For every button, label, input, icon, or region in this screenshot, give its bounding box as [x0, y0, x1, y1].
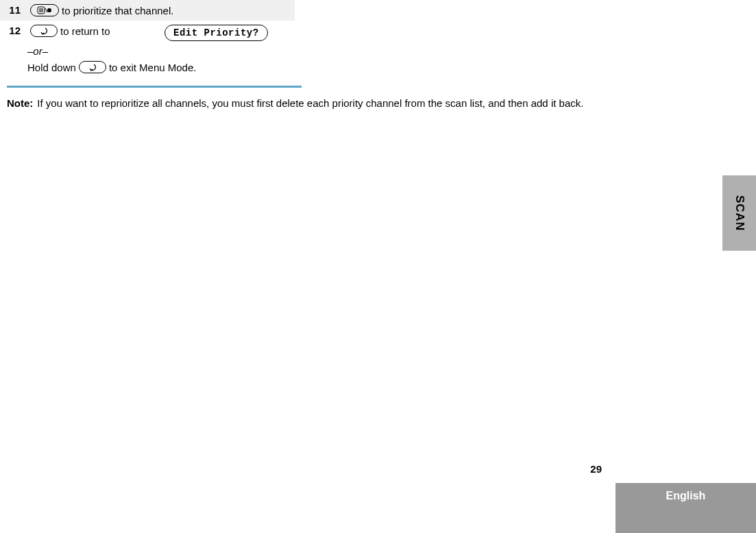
- section-divider: [7, 86, 302, 88]
- step-number: 11: [7, 4, 27, 16]
- content-area: 11 to prioritize that channel. 12: [0, 0, 295, 77]
- radio-display: Edit Priority?: [164, 25, 268, 41]
- sidebar-tab-label: SCAN: [733, 195, 746, 231]
- menu-select-button-icon: [30, 4, 59, 16]
- step-text: to exit Menu Mode.: [109, 62, 197, 73]
- step-body: to prioritize that channel.: [27, 4, 288, 16]
- language-label: English: [666, 490, 706, 502]
- note-text: If you want to reprioritize all channels…: [37, 96, 749, 112]
- step-text: to prioritize that channel.: [62, 5, 173, 16]
- language-footer: English: [615, 483, 756, 533]
- step-row-11: 11 to prioritize that channel.: [0, 0, 295, 21]
- step-text: to return to: [60, 25, 110, 37]
- sidebar-tab: SCAN: [722, 175, 756, 251]
- note-block: Note: If you want to reprioritize all ch…: [0, 96, 756, 112]
- note-label: Note:: [7, 96, 37, 112]
- page-number: 29: [590, 463, 602, 475]
- svg-line-4: [45, 8, 47, 12]
- or-text: –or–: [27, 45, 288, 57]
- back-button-icon: [30, 25, 58, 37]
- step-text: Hold down: [27, 62, 76, 73]
- step-number: 12: [7, 25, 27, 36]
- back-button-icon: [79, 61, 106, 73]
- svg-point-5: [47, 8, 51, 12]
- step-body: to return to Edit Priority? –or– Hold do…: [27, 25, 288, 73]
- step-row-12: 12 to return to Edit Priority?: [0, 21, 295, 77]
